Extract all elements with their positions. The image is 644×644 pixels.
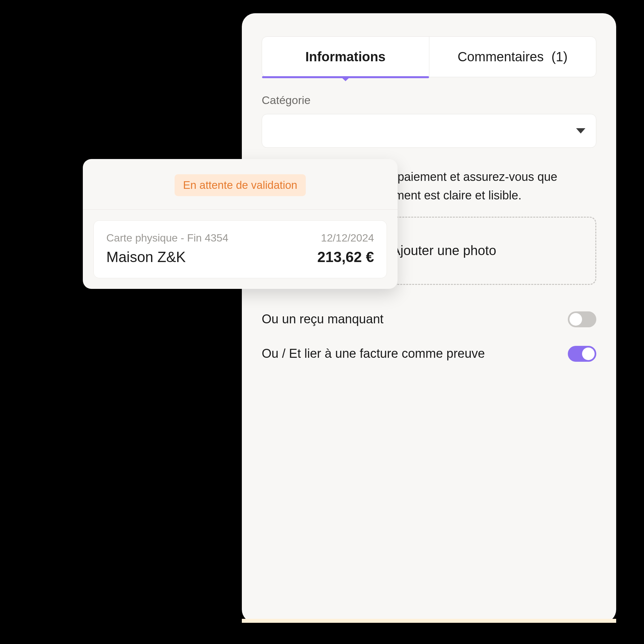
details-panel: Informations Commentaires (1) Catégorie … xyxy=(242,13,616,623)
toggle-row-link-invoice: Ou / Et lier à une facture comme preuve xyxy=(262,346,596,362)
transaction-main: Maison Z&K 213,62 € xyxy=(106,249,374,265)
tab-count: (1) xyxy=(551,49,567,64)
card-info: Carte physique - Fin 4354 xyxy=(106,232,228,244)
toggle-row-missing-receipt: Ou un reçu manquant xyxy=(262,311,596,327)
card-header: En attente de validation xyxy=(83,159,398,210)
transaction-amount: 213,62 € xyxy=(317,249,374,265)
missing-receipt-toggle[interactable] xyxy=(568,311,596,327)
toggle-knob xyxy=(582,348,595,360)
status-badge: En attente de validation xyxy=(175,174,306,196)
bottom-accent-bar xyxy=(242,619,616,623)
helper-line: ument est claire et lisible. xyxy=(388,186,596,205)
tab-label: Informations xyxy=(305,49,386,64)
tabs-container: Informations Commentaires (1) xyxy=(262,36,596,77)
upload-helper-text: e paiement et assurez-vous que ument est… xyxy=(388,168,596,205)
toggle-knob xyxy=(569,313,582,326)
toggle-label: Ou un reçu manquant xyxy=(262,312,384,326)
tab-informations[interactable]: Informations xyxy=(262,37,429,77)
tab-label: Commentaires xyxy=(457,49,544,64)
toggle-label: Ou / Et lier à une facture comme preuve xyxy=(262,347,485,361)
transaction-date: 12/12/2024 xyxy=(321,232,374,244)
transaction-card: En attente de validation Carte physique … xyxy=(83,159,398,289)
add-photo-label: Ajouter une photo xyxy=(392,243,496,258)
category-label: Catégorie xyxy=(262,94,596,107)
card-body: Carte physique - Fin 4354 12/12/2024 Mai… xyxy=(83,210,398,289)
link-invoice-toggle[interactable] xyxy=(568,346,596,362)
category-dropdown[interactable] xyxy=(262,114,596,148)
tab-commentaires[interactable]: Commentaires (1) xyxy=(429,37,596,77)
transaction-meta: Carte physique - Fin 4354 12/12/2024 xyxy=(106,232,374,244)
tab-active-arrow-icon xyxy=(341,77,350,81)
chevron-down-icon xyxy=(576,128,585,134)
helper-line: e paiement et assurez-vous que xyxy=(388,168,596,186)
merchant-name: Maison Z&K xyxy=(106,249,186,265)
transaction-item[interactable]: Carte physique - Fin 4354 12/12/2024 Mai… xyxy=(93,220,387,278)
